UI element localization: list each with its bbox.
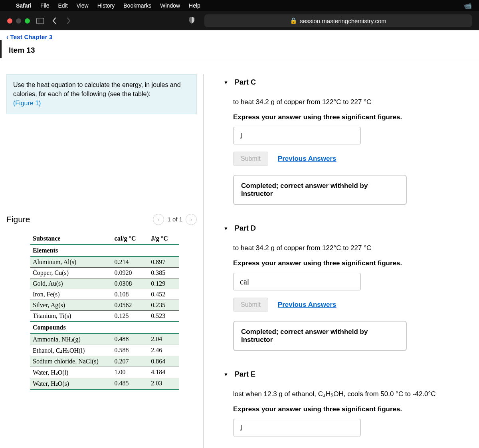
question-text: to heat 34.2 g of copper from 122°C to 2…: [233, 243, 467, 253]
menu-history[interactable]: History: [97, 2, 115, 9]
back-button[interactable]: [50, 17, 59, 24]
table-row: Iron, Fe(s)0.1080.452: [30, 289, 179, 300]
table-row: Aluminum, Al(s)0.2140.897: [30, 257, 179, 268]
hint-text: Express your answer using three signific…: [233, 258, 467, 268]
forward-button[interactable]: [64, 17, 73, 24]
figure-title: Figure: [6, 215, 30, 224]
minimize-window-button[interactable]: [16, 18, 21, 24]
question-prompt: Use the heat equation to calculate the e…: [6, 74, 197, 114]
answer-input[interactable]: cal: [233, 273, 361, 290]
figure-link[interactable]: (Figure 1): [13, 100, 41, 107]
menu-window[interactable]: Window: [160, 2, 180, 9]
submit-button[interactable]: Submit: [233, 152, 268, 166]
table-section: Compounds: [30, 322, 179, 334]
collapse-icon[interactable]: ▼: [224, 372, 228, 377]
part-E: ▼Part Elost when 12.3 g of ethanol, C₂H₅…: [224, 370, 467, 436]
menu-edit[interactable]: Edit: [58, 2, 67, 9]
zoom-window-button[interactable]: [25, 18, 30, 24]
close-window-button[interactable]: [7, 18, 12, 24]
table-row: Titanium, Ti(s)0.1250.523: [30, 310, 179, 322]
safari-toolbar: 🔒 session.masteringchemistry.com: [0, 11, 479, 30]
figure-pager: 1 of 1: [167, 216, 182, 223]
divider: [0, 58, 479, 58]
page-title: Item 13: [0, 40, 479, 58]
table-row: Water, H₂O(l)1.004.184: [30, 367, 179, 378]
part-C: ▼Part Cto heat 34.2 g of copper from 122…: [224, 78, 467, 205]
part-title: Part E: [235, 370, 255, 379]
breadcrumb[interactable]: ‹ Test Chapter 3: [0, 30, 479, 40]
menubar-app[interactable]: Safari: [16, 2, 32, 9]
collapse-icon[interactable]: ▼: [224, 226, 228, 231]
lock-icon: 🔒: [290, 17, 297, 24]
table-section: Elements: [30, 245, 179, 257]
prompt-text: Use the heat equation to calculate the e…: [13, 81, 181, 97]
table-row: Silver, Ag(s)0.05620.235: [30, 300, 179, 310]
col-substance: Substance: [30, 233, 112, 245]
hint-text: Express your answer using three signific…: [233, 404, 467, 414]
question-text: lost when 12.3 g of ethanol, C₂H₅OH, coo…: [233, 389, 467, 399]
table-row: Gold, Au(s)0.03080.129: [30, 278, 179, 289]
menu-bookmarks[interactable]: Bookmarks: [123, 2, 151, 9]
macos-menubar: Safari File Edit View History Bookmarks …: [0, 0, 479, 11]
question-text: to heat 34.2 g of copper from 122°C to 2…: [233, 97, 467, 107]
status-box: Completed; correct answer withheld by in…: [233, 175, 407, 205]
status-box: Completed; correct answer withheld by in…: [233, 321, 407, 351]
url-bar[interactable]: 🔒 session.masteringchemistry.com: [204, 14, 472, 27]
sidebar-icon[interactable]: [36, 18, 44, 24]
specific-heat-table: Substance cal/g °C J/g °C ElementsAlumin…: [30, 233, 179, 390]
hint-text: Express your answer using three signific…: [233, 112, 467, 122]
menu-help[interactable]: Help: [189, 2, 200, 9]
table-row: Ammonia, NH₃(g)0.4882.04: [30, 334, 179, 345]
previous-answers-link[interactable]: Previous Answers: [278, 155, 336, 163]
table-row: Ethanol, C₂H₅OH(l)0.5882.46: [30, 345, 179, 356]
col-cal: cal/g °C: [112, 233, 149, 245]
submit-button[interactable]: Submit: [233, 298, 268, 312]
table-row: Sodium chloride, NaCl(s)0.2070.864: [30, 356, 179, 367]
answer-input[interactable]: J: [233, 419, 361, 436]
table-row: Copper, Cu(s)0.09200.385: [30, 267, 179, 278]
collapse-icon[interactable]: ▼: [224, 80, 228, 85]
answer-input[interactable]: J: [233, 127, 361, 144]
previous-answers-link[interactable]: Previous Answers: [278, 301, 336, 309]
table-row: Water, H₂O(s)0.4852.03: [30, 378, 179, 389]
svg-rect-0: [36, 18, 44, 24]
figure-next-button[interactable]: ›: [186, 214, 197, 225]
part-title: Part D: [235, 224, 256, 233]
col-j: J/g °C: [148, 233, 179, 245]
url-text: session.masteringchemistry.com: [300, 18, 386, 24]
menu-file[interactable]: File: [40, 2, 49, 9]
part-title: Part C: [235, 78, 256, 87]
privacy-shield-icon[interactable]: [189, 17, 195, 25]
menu-view[interactable]: View: [77, 2, 89, 9]
part-D: ▼Part Dto heat 34.2 g of copper from 122…: [224, 224, 467, 351]
window-controls: [7, 18, 30, 24]
figure-prev-button[interactable]: ‹: [153, 214, 164, 225]
camera-icon[interactable]: 📹: [464, 2, 472, 10]
